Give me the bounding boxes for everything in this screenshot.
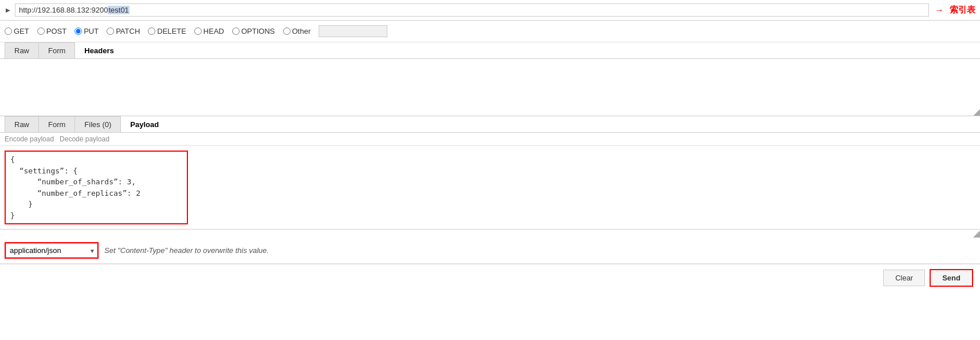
payload-textarea-container: { “settings”: { “number_of_shards”: 3, “… — [5, 151, 188, 224]
headers-resize-handle[interactable] — [973, 109, 980, 116]
url-highlight: test01 — [108, 6, 129, 14]
footer-row: Clear Send — [0, 264, 980, 291]
method-delete-label: DELETE — [157, 27, 186, 35]
method-patch-radio[interactable] — [107, 27, 114, 35]
url-input[interactable]: http://192.168.88.132:9200test01 — [15, 3, 929, 17]
url-arrow: → — [935, 5, 944, 15]
method-row: GET POST PUT PATCH DELETE HEAD OPTIONS O… — [0, 21, 980, 42]
url-base: http://192.168.88.132:9200 — [19, 6, 108, 14]
method-other-label: Other — [292, 27, 311, 35]
method-patch[interactable]: PATCH — [107, 27, 140, 35]
encode-payload-link[interactable]: Encode payload — [5, 135, 54, 143]
method-get-radio[interactable] — [5, 27, 12, 35]
method-other-input[interactable] — [319, 25, 387, 37]
method-put-label: PUT — [84, 27, 99, 35]
method-options-radio[interactable] — [232, 27, 240, 35]
method-options-label: OPTIONS — [241, 27, 275, 35]
tab-raw-headers[interactable]: Raw — [5, 42, 39, 58]
method-other-radio[interactable] — [283, 27, 291, 35]
headers-tab-row: Raw Form Headers — [0, 42, 980, 59]
method-post-radio[interactable] — [37, 27, 45, 35]
clear-button[interactable]: Clear — [883, 270, 925, 286]
payload-outer: { “settings”: { “number_of_shards”: 3, “… — [0, 146, 980, 238]
method-head-radio[interactable] — [194, 27, 202, 35]
content-type-select[interactable]: application/json — [6, 243, 97, 258]
method-options[interactable]: OPTIONS — [232, 27, 275, 35]
collapse-button[interactable]: ▶ — [5, 6, 11, 14]
method-patch-label: PATCH — [116, 27, 140, 35]
method-get[interactable]: GET — [5, 27, 29, 35]
tab-headers: Headers — [75, 43, 123, 58]
method-delete[interactable]: DELETE — [148, 27, 186, 35]
method-delete-radio[interactable] — [148, 27, 155, 35]
payload-content[interactable]: { “settings”: { “number_of_shards”: 3, “… — [6, 152, 187, 223]
method-head-label: HEAD — [203, 27, 224, 35]
encode-decode-row: Encode payload Decode payload — [0, 133, 980, 146]
method-head[interactable]: HEAD — [194, 27, 224, 35]
method-get-label: GET — [14, 27, 29, 35]
url-label: 索引表 — [950, 5, 975, 15]
headers-area — [0, 59, 980, 116]
decode-payload-link[interactable]: Decode payload — [60, 135, 109, 143]
method-other[interactable]: Other — [283, 27, 311, 35]
content-type-select-wrapper: application/json ▼ — [6, 243, 97, 258]
content-type-hint: Set "Content-Type" header to overwrite t… — [104, 246, 269, 255]
send-button[interactable]: Send — [930, 269, 973, 287]
tab-form-headers[interactable]: Form — [39, 42, 75, 58]
tab-raw-payload[interactable]: Raw — [5, 116, 39, 132]
tab-files-payload[interactable]: Files (0) — [75, 116, 121, 132]
payload-resize-handle[interactable] — [973, 231, 980, 238]
url-bar: ▶ http://192.168.88.132:9200test01 → 索引表 — [0, 0, 980, 21]
method-put-radio[interactable] — [75, 27, 82, 35]
method-put[interactable]: PUT — [75, 27, 99, 35]
payload-tab-row: Raw Form Files (0) Payload — [0, 116, 980, 133]
content-type-select-container: application/json ▼ — [5, 242, 99, 259]
tab-form-payload[interactable]: Form — [39, 116, 75, 132]
content-type-row: application/json ▼ Set "Content-Type" he… — [0, 238, 980, 264]
tab-payload: Payload — [121, 117, 168, 132]
method-post-label: POST — [46, 27, 66, 35]
payload-area: { “settings”: { “number_of_shards”: 3, “… — [0, 146, 980, 230]
method-post[interactable]: POST — [37, 27, 66, 35]
